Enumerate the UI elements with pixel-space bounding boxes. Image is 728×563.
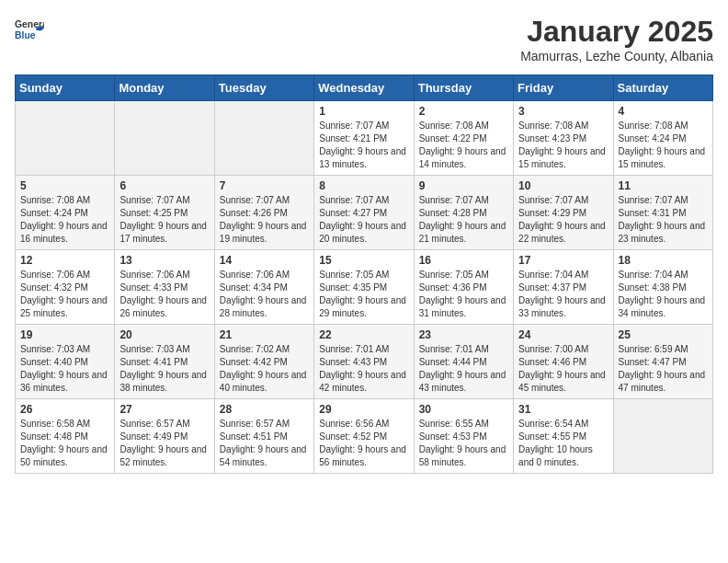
- page-subtitle: Mamurras, Lezhe County, Albania: [520, 49, 713, 63]
- title-block: January 2025 Mamurras, Lezhe County, Alb…: [520, 15, 713, 63]
- day-number: 6: [119, 179, 209, 192]
- calendar-cell: 3Sunrise: 7:08 AMSunset: 4:23 PMDaylight…: [514, 101, 613, 176]
- day-info: Sunrise: 7:00 AMSunset: 4:46 PMDaylight:…: [518, 343, 608, 395]
- day-info: Sunrise: 7:06 AMSunset: 4:33 PMDaylight:…: [119, 269, 209, 320]
- day-number: 10: [518, 179, 608, 192]
- day-info: Sunrise: 7:07 AMSunset: 4:26 PMDaylight:…: [220, 194, 309, 246]
- calendar-cell: 20Sunrise: 7:03 AMSunset: 4:41 PMDayligh…: [115, 325, 214, 399]
- day-info: Sunrise: 7:07 AMSunset: 4:31 PMDaylight:…: [619, 194, 708, 246]
- day-number: 11: [619, 179, 708, 192]
- day-number: 31: [518, 403, 608, 416]
- day-number: 26: [20, 403, 109, 416]
- day-number: 3: [518, 105, 608, 118]
- day-info: Sunrise: 6:56 AMSunset: 4:52 PMDaylight:…: [319, 418, 408, 469]
- day-info: Sunrise: 6:54 AMSunset: 4:55 PMDaylight:…: [518, 418, 608, 469]
- calendar-cell: 17Sunrise: 7:04 AMSunset: 4:37 PMDayligh…: [514, 250, 613, 325]
- calendar-cell: 14Sunrise: 7:06 AMSunset: 4:34 PMDayligh…: [214, 250, 313, 325]
- calendar-cell: 27Sunrise: 6:57 AMSunset: 4:49 PMDayligh…: [115, 399, 214, 474]
- day-number: 27: [119, 403, 209, 416]
- day-number: 18: [619, 254, 708, 267]
- calendar-day-header: Monday: [115, 75, 214, 101]
- day-info: Sunrise: 6:59 AMSunset: 4:47 PMDaylight:…: [619, 343, 708, 395]
- calendar-cell: 4Sunrise: 7:08 AMSunset: 4:24 PMDaylight…: [613, 101, 712, 176]
- calendar-cell: 13Sunrise: 7:06 AMSunset: 4:33 PMDayligh…: [115, 250, 214, 325]
- day-number: 12: [20, 254, 109, 267]
- calendar-cell: 19Sunrise: 7:03 AMSunset: 4:40 PMDayligh…: [16, 325, 115, 399]
- calendar-cell: 2Sunrise: 7:08 AMSunset: 4:22 PMDaylight…: [414, 101, 513, 176]
- day-number: 15: [319, 254, 408, 267]
- day-number: 1: [319, 105, 408, 118]
- calendar-cell: 31Sunrise: 6:54 AMSunset: 4:55 PMDayligh…: [514, 399, 613, 474]
- calendar-day-header: Wednesday: [314, 75, 414, 101]
- day-info: Sunrise: 6:57 AMSunset: 4:51 PMDaylight:…: [220, 418, 309, 469]
- day-number: 21: [220, 328, 309, 341]
- calendar-day-header: Tuesday: [214, 75, 313, 101]
- calendar-week-row: 5Sunrise: 7:08 AMSunset: 4:24 PMDaylight…: [16, 176, 713, 250]
- day-number: 8: [319, 179, 408, 192]
- day-number: 7: [220, 179, 309, 192]
- calendar-week-row: 1Sunrise: 7:07 AMSunset: 4:21 PMDaylight…: [16, 101, 713, 176]
- day-info: Sunrise: 7:08 AMSunset: 4:24 PMDaylight:…: [20, 194, 109, 246]
- day-info: Sunrise: 7:05 AMSunset: 4:36 PMDaylight:…: [419, 269, 508, 320]
- day-number: 28: [220, 403, 309, 416]
- day-info: Sunrise: 7:07 AMSunset: 4:25 PMDaylight:…: [119, 194, 209, 246]
- page-header: General Blue January 2025 Mamurras, Lezh…: [15, 15, 713, 63]
- day-number: 19: [20, 328, 109, 341]
- day-number: 24: [518, 328, 608, 341]
- day-number: 9: [419, 179, 508, 192]
- calendar-cell: 30Sunrise: 6:55 AMSunset: 4:53 PMDayligh…: [414, 399, 513, 474]
- calendar-cell: 11Sunrise: 7:07 AMSunset: 4:31 PMDayligh…: [613, 176, 712, 250]
- calendar-cell: 18Sunrise: 7:04 AMSunset: 4:38 PMDayligh…: [613, 250, 712, 325]
- day-info: Sunrise: 7:06 AMSunset: 4:34 PMDaylight:…: [220, 269, 309, 320]
- calendar-cell: 1Sunrise: 7:07 AMSunset: 4:21 PMDaylight…: [314, 101, 414, 176]
- calendar-cell: 15Sunrise: 7:05 AMSunset: 4:35 PMDayligh…: [314, 250, 414, 325]
- calendar-cell: [214, 101, 313, 176]
- calendar-cell: 12Sunrise: 7:06 AMSunset: 4:32 PMDayligh…: [16, 250, 115, 325]
- day-info: Sunrise: 7:07 AMSunset: 4:21 PMDaylight:…: [319, 120, 408, 171]
- day-info: Sunrise: 7:08 AMSunset: 4:24 PMDaylight:…: [619, 120, 708, 171]
- day-info: Sunrise: 7:08 AMSunset: 4:23 PMDaylight:…: [518, 120, 608, 171]
- day-info: Sunrise: 7:03 AMSunset: 4:41 PMDaylight:…: [119, 343, 209, 395]
- svg-text:Blue: Blue: [15, 30, 36, 40]
- logo: General Blue: [15, 15, 44, 44]
- day-number: 20: [119, 328, 209, 341]
- calendar-cell: 25Sunrise: 6:59 AMSunset: 4:47 PMDayligh…: [613, 325, 712, 399]
- calendar-cell: 22Sunrise: 7:01 AMSunset: 4:43 PMDayligh…: [314, 325, 414, 399]
- day-number: 4: [619, 105, 708, 118]
- day-info: Sunrise: 7:02 AMSunset: 4:42 PMDaylight:…: [220, 343, 309, 395]
- day-info: Sunrise: 6:57 AMSunset: 4:49 PMDaylight:…: [119, 418, 209, 469]
- calendar-cell: 23Sunrise: 7:01 AMSunset: 4:44 PMDayligh…: [414, 325, 513, 399]
- calendar-day-header: Sunday: [16, 75, 115, 101]
- calendar-cell: 7Sunrise: 7:07 AMSunset: 4:26 PMDaylight…: [214, 176, 313, 250]
- day-number: 22: [319, 328, 408, 341]
- day-info: Sunrise: 6:58 AMSunset: 4:48 PMDaylight:…: [20, 418, 109, 469]
- day-number: 16: [419, 254, 508, 267]
- calendar-cell: [16, 101, 115, 176]
- day-info: Sunrise: 7:01 AMSunset: 4:44 PMDaylight:…: [419, 343, 508, 395]
- day-info: Sunrise: 6:55 AMSunset: 4:53 PMDaylight:…: [419, 418, 508, 469]
- calendar-day-header: Friday: [514, 75, 613, 101]
- calendar-week-row: 12Sunrise: 7:06 AMSunset: 4:32 PMDayligh…: [16, 250, 713, 325]
- day-number: 29: [319, 403, 408, 416]
- calendar-cell: 16Sunrise: 7:05 AMSunset: 4:36 PMDayligh…: [414, 250, 513, 325]
- calendar-cell: 5Sunrise: 7:08 AMSunset: 4:24 PMDaylight…: [16, 176, 115, 250]
- day-info: Sunrise: 7:05 AMSunset: 4:35 PMDaylight:…: [319, 269, 408, 320]
- day-number: 30: [419, 403, 508, 416]
- calendar-cell: [613, 399, 712, 474]
- calendar-cell: 28Sunrise: 6:57 AMSunset: 4:51 PMDayligh…: [214, 399, 313, 474]
- calendar-day-header: Thursday: [414, 75, 513, 101]
- day-number: 14: [220, 254, 309, 267]
- day-number: 5: [20, 179, 109, 192]
- day-info: Sunrise: 7:03 AMSunset: 4:40 PMDaylight:…: [20, 343, 109, 395]
- logo-icon: General Blue: [15, 15, 44, 44]
- day-info: Sunrise: 7:07 AMSunset: 4:28 PMDaylight:…: [419, 194, 508, 246]
- calendar-cell: 10Sunrise: 7:07 AMSunset: 4:29 PMDayligh…: [514, 176, 613, 250]
- day-info: Sunrise: 7:07 AMSunset: 4:29 PMDaylight:…: [518, 194, 608, 246]
- calendar-cell: 26Sunrise: 6:58 AMSunset: 4:48 PMDayligh…: [16, 399, 115, 474]
- day-number: 25: [619, 328, 708, 341]
- day-number: 13: [119, 254, 209, 267]
- calendar-cell: [115, 101, 214, 176]
- day-info: Sunrise: 7:08 AMSunset: 4:22 PMDaylight:…: [419, 120, 508, 171]
- day-info: Sunrise: 7:07 AMSunset: 4:27 PMDaylight:…: [319, 194, 408, 246]
- calendar-day-header: Saturday: [613, 75, 712, 101]
